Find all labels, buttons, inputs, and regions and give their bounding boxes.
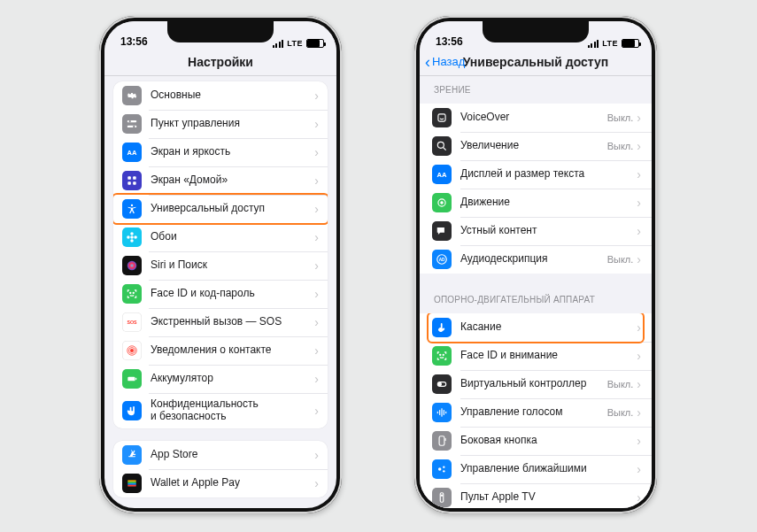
chevron-right-icon: › bbox=[637, 463, 641, 475]
svg-text:AA: AA bbox=[437, 171, 447, 179]
settings-row[interactable]: Универсальный доступ› bbox=[113, 195, 328, 223]
svg-point-30 bbox=[437, 142, 444, 148]
svg-point-17 bbox=[133, 292, 134, 293]
settings-row[interactable]: Конфиденциальность и безопасность› bbox=[113, 393, 328, 428]
row-value: Выкл. bbox=[607, 254, 634, 265]
settings-row[interactable]: Виртуальный контроллерВыкл.› bbox=[420, 370, 652, 398]
settings-row[interactable]: Управление ближайшими› bbox=[420, 455, 652, 483]
chevron-right-icon: › bbox=[314, 477, 319, 490]
back-label: Назад bbox=[432, 55, 465, 68]
brightness-icon: AA bbox=[122, 143, 142, 162]
svg-rect-44 bbox=[445, 412, 446, 413]
svg-rect-29 bbox=[438, 114, 445, 121]
settings-row[interactable]: Экран «Домой»› bbox=[113, 166, 328, 195]
sos-icon: SOS bbox=[122, 312, 142, 332]
zoom-icon bbox=[432, 136, 452, 156]
svg-rect-27 bbox=[127, 483, 135, 485]
chevron-right-icon: › bbox=[314, 174, 319, 187]
chevron-right-icon: › bbox=[314, 449, 319, 461]
row-label: Экран «Домой» bbox=[151, 174, 314, 187]
touch-icon bbox=[432, 318, 452, 337]
row-label: Универсальный доступ bbox=[151, 203, 314, 215]
chevron-right-icon: › bbox=[637, 225, 641, 237]
svg-point-48 bbox=[443, 466, 444, 468]
textsize-icon: AA bbox=[432, 165, 452, 184]
phone-frame-right: 13:56 LTE ‹ Назад Универсальный доступ З… bbox=[414, 16, 657, 513]
svg-text:AA: AA bbox=[127, 149, 137, 157]
settings-row[interactable]: App Store› bbox=[113, 441, 328, 469]
row-label: Касание bbox=[460, 321, 637, 334]
nav-bar: ‹ Назад Универсальный доступ bbox=[420, 48, 652, 76]
settings-row[interactable]: Устный контент› bbox=[420, 217, 652, 245]
chevron-right-icon: › bbox=[314, 146, 319, 158]
settings-row[interactable]: Управление голосомВыкл.› bbox=[420, 398, 652, 427]
row-label: Увеличение bbox=[460, 140, 607, 152]
chevron-right-icon: › bbox=[637, 253, 641, 266]
row-value: Выкл. bbox=[607, 112, 634, 123]
chevron-right-icon: › bbox=[314, 203, 319, 215]
row-label: Дисплей и размер текста bbox=[460, 168, 637, 181]
settings-row[interactable]: Пункт управления› bbox=[113, 110, 328, 138]
sidebtn-icon bbox=[432, 431, 452, 451]
switches-icon bbox=[122, 114, 142, 134]
row-label: Основные bbox=[151, 89, 314, 102]
chevron-right-icon: › bbox=[314, 259, 319, 272]
svg-point-13 bbox=[127, 235, 130, 239]
back-button[interactable]: ‹ Назад bbox=[425, 48, 465, 75]
faceid-icon bbox=[432, 346, 452, 366]
svg-rect-5 bbox=[127, 176, 131, 180]
settings-group: Основные›Пункт управления›AAЭкран и ярко… bbox=[113, 81, 328, 428]
svg-rect-28 bbox=[127, 485, 135, 487]
svg-point-39 bbox=[438, 382, 442, 386]
carrier-label: LTE bbox=[287, 39, 303, 48]
row-label: Аккумулятор bbox=[151, 373, 314, 385]
content-right[interactable]: ЗРЕНИЕVoiceOverВыкл.›УвеличениеВыкл.›AAД… bbox=[420, 76, 652, 508]
row-label: Виртуальный контроллер bbox=[460, 378, 607, 390]
settings-row[interactable]: Wallet и Apple Pay› bbox=[113, 469, 328, 497]
settings-row[interactable]: Боковая кнопка› bbox=[420, 427, 652, 455]
svg-rect-40 bbox=[437, 412, 438, 413]
svg-rect-8 bbox=[133, 181, 136, 185]
motion-icon bbox=[432, 193, 452, 212]
row-label: Face ID и внимание bbox=[460, 350, 637, 362]
row-label: Конфиденциальность и безопасность bbox=[151, 398, 314, 423]
chevron-right-icon: › bbox=[637, 350, 641, 362]
svg-point-11 bbox=[130, 232, 134, 235]
settings-group: App Store›Wallet и Apple Pay› bbox=[113, 441, 328, 497]
page-title: Настройки bbox=[188, 55, 253, 69]
settings-row[interactable]: Аккумулятор› bbox=[113, 365, 328, 393]
row-label: Пульт Apple TV bbox=[460, 491, 637, 504]
settings-row[interactable]: Уведомления о контакте› bbox=[113, 336, 328, 365]
svg-point-51 bbox=[441, 495, 443, 497]
svg-point-9 bbox=[131, 204, 133, 206]
siri-icon bbox=[122, 256, 142, 275]
settings-row[interactable]: SOSЭкстренный вызов — SOS› bbox=[113, 308, 328, 336]
settings-row[interactable]: Касание› bbox=[420, 313, 652, 342]
settings-row[interactable]: AAЭкран и яркость› bbox=[113, 138, 328, 166]
settings-row[interactable]: ADАудиодескрипцияВыкл.› bbox=[420, 245, 652, 274]
settings-row[interactable]: VoiceOverВыкл.› bbox=[420, 104, 652, 132]
status-indicators: LTE bbox=[273, 39, 324, 48]
svg-point-12 bbox=[130, 239, 134, 243]
settings-row[interactable]: Основные› bbox=[113, 81, 328, 110]
status-time: 13:56 bbox=[120, 35, 148, 48]
hand-icon bbox=[122, 401, 142, 420]
status-indicators: LTE bbox=[588, 39, 639, 48]
signal-icon bbox=[273, 39, 284, 48]
svg-rect-46 bbox=[445, 438, 446, 441]
settings-row[interactable]: Face ID и код-пароль› bbox=[113, 280, 328, 308]
settings-row[interactable]: Пульт Apple TV› bbox=[420, 483, 652, 508]
battery-icon bbox=[122, 369, 142, 389]
settings-row[interactable]: Движение› bbox=[420, 189, 652, 217]
svg-point-47 bbox=[438, 467, 442, 471]
carrier-label: LTE bbox=[602, 39, 618, 48]
content-left[interactable]: Основные›Пункт управления›AAЭкран и ярко… bbox=[104, 76, 336, 508]
settings-row[interactable]: УвеличениеВыкл.› bbox=[420, 132, 652, 160]
chevron-left-icon: ‹ bbox=[425, 54, 430, 70]
settings-row[interactable]: Siri и Поиск› bbox=[113, 251, 328, 280]
signal-icon bbox=[588, 39, 599, 48]
settings-row[interactable]: Face ID и внимание› bbox=[420, 342, 652, 370]
settings-row[interactable]: Обои› bbox=[113, 223, 328, 251]
chevron-right-icon: › bbox=[637, 197, 641, 209]
settings-row[interactable]: AAДисплей и размер текста› bbox=[420, 160, 652, 189]
